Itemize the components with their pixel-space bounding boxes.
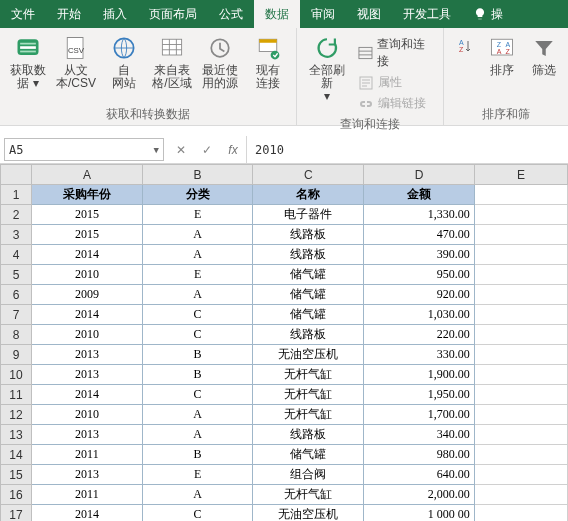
table-row[interactable]: 72014C储气罐1,030.00 <box>1 305 568 325</box>
cell[interactable]: 920.00 <box>364 285 475 305</box>
refresh-all-button[interactable]: 全部刷新 ▾ <box>303 32 350 114</box>
formula-input[interactable]: 2010 <box>246 136 568 163</box>
tab-home[interactable]: 开始 <box>46 0 92 28</box>
cell[interactable]: 1 000 00 <box>364 505 475 522</box>
cell[interactable] <box>474 485 567 505</box>
cell[interactable] <box>474 445 567 465</box>
cell[interactable] <box>474 225 567 245</box>
from-table-button[interactable]: 来自表 格/区域 <box>150 32 194 92</box>
queries-connections-button[interactable]: 查询和连接 <box>354 34 437 72</box>
cell[interactable]: 线路板 <box>253 225 364 245</box>
cell[interactable]: A <box>142 425 253 445</box>
tab-formulas[interactable]: 公式 <box>208 0 254 28</box>
cell[interactable]: 1,950.00 <box>364 385 475 405</box>
cell[interactable]: 2010 <box>32 265 143 285</box>
row-header[interactable]: 3 <box>1 225 32 245</box>
table-row[interactable]: 32015A线路板470.00 <box>1 225 568 245</box>
cell[interactable] <box>474 425 567 445</box>
filter-button[interactable]: 筛选 <box>526 32 562 79</box>
cell[interactable] <box>474 205 567 225</box>
row-header[interactable]: 10 <box>1 365 32 385</box>
row-header[interactable]: 14 <box>1 445 32 465</box>
tab-data[interactable]: 数据 <box>254 0 300 28</box>
cell[interactable]: C <box>142 385 253 405</box>
cell[interactable]: 980.00 <box>364 445 475 465</box>
table-row[interactable]: 22015E电子器件1,330.00 <box>1 205 568 225</box>
row-header[interactable]: 7 <box>1 305 32 325</box>
cell[interactable]: 2013 <box>32 365 143 385</box>
table-row[interactable]: 42014A线路板390.00 <box>1 245 568 265</box>
cell[interactable]: 储气罐 <box>253 305 364 325</box>
cell[interactable]: A <box>142 225 253 245</box>
table-row[interactable]: 162011A无杆气缸2,000.00 <box>1 485 568 505</box>
cell[interactable]: 无杆气缸 <box>253 405 364 425</box>
cell[interactable]: C <box>142 505 253 522</box>
table-row[interactable]: 132013A线路板340.00 <box>1 425 568 445</box>
edit-links-button[interactable]: 编辑链接 <box>354 93 437 114</box>
cell[interactable]: 640.00 <box>364 465 475 485</box>
worksheet-grid[interactable]: A B C D E 1 采购年份 分类 名称 金额 22015E电子器件1,33… <box>0 164 568 521</box>
cell[interactable]: A <box>142 285 253 305</box>
cell[interactable]: C <box>142 305 253 325</box>
cell[interactable]: C <box>142 325 253 345</box>
cell[interactable]: 2011 <box>32 485 143 505</box>
cell[interactable]: 2015 <box>32 225 143 245</box>
row-header[interactable]: 6 <box>1 285 32 305</box>
cell[interactable] <box>474 305 567 325</box>
cell[interactable] <box>474 365 567 385</box>
row-header[interactable]: 16 <box>1 485 32 505</box>
cell[interactable]: 储气罐 <box>253 445 364 465</box>
row-header[interactable]: 15 <box>1 465 32 485</box>
cell[interactable] <box>474 465 567 485</box>
row-header[interactable]: 2 <box>1 205 32 225</box>
row-header[interactable]: 4 <box>1 245 32 265</box>
cell[interactable]: 390.00 <box>364 245 475 265</box>
cell[interactable] <box>474 185 567 205</box>
cell[interactable]: 无杆气缸 <box>253 485 364 505</box>
tab-insert[interactable]: 插入 <box>92 0 138 28</box>
tab-layout[interactable]: 页面布局 <box>138 0 208 28</box>
cell[interactable] <box>474 285 567 305</box>
cell[interactable]: 1,700.00 <box>364 405 475 425</box>
cell[interactable]: 2010 <box>32 405 143 425</box>
cell[interactable]: 340.00 <box>364 425 475 445</box>
cell[interactable]: 线路板 <box>253 425 364 445</box>
fx-icon[interactable]: fx <box>220 136 246 163</box>
header-cell[interactable]: 分类 <box>142 185 253 205</box>
cell[interactable]: 2014 <box>32 245 143 265</box>
table-row[interactable]: 172014C无油空压机1 000 00 <box>1 505 568 522</box>
sort-asc-button[interactable]: AZ <box>450 32 478 79</box>
from-csv-button[interactable]: CSV 从文 本/CSV <box>54 32 98 92</box>
row-header[interactable]: 5 <box>1 265 32 285</box>
cell[interactable]: 电子器件 <box>253 205 364 225</box>
name-box[interactable]: A5 ▼ <box>4 138 164 161</box>
cell[interactable]: E <box>142 465 253 485</box>
name-box-dropdown-icon[interactable]: ▼ <box>154 145 159 155</box>
tab-developer[interactable]: 开发工具 <box>392 0 462 28</box>
cell[interactable]: 线路板 <box>253 325 364 345</box>
table-row[interactable]: 102013B无杆气缸1,900.00 <box>1 365 568 385</box>
cell[interactable]: 储气罐 <box>253 265 364 285</box>
cell[interactable]: 2010 <box>32 325 143 345</box>
sort-button[interactable]: ZAAZ 排序 <box>482 32 522 79</box>
cell[interactable]: A <box>142 485 253 505</box>
cell[interactable]: 2014 <box>32 505 143 522</box>
row-header[interactable]: 17 <box>1 505 32 522</box>
cell[interactable] <box>474 325 567 345</box>
cell[interactable]: 2,000.00 <box>364 485 475 505</box>
row-header[interactable]: 8 <box>1 325 32 345</box>
cell[interactable]: 无油空压机 <box>253 505 364 522</box>
select-all-triangle[interactable] <box>1 165 32 185</box>
from-web-button[interactable]: 自 网站 <box>102 32 146 92</box>
cell[interactable]: 2015 <box>32 205 143 225</box>
row-header[interactable]: 12 <box>1 405 32 425</box>
col-header-b[interactable]: B <box>142 165 253 185</box>
header-cell[interactable]: 金额 <box>364 185 475 205</box>
table-row[interactable]: 142011B储气罐980.00 <box>1 445 568 465</box>
row-header[interactable]: 11 <box>1 385 32 405</box>
get-data-button[interactable]: 获取数 据 ▾ <box>6 32 50 92</box>
cell[interactable]: A <box>142 245 253 265</box>
cell[interactable]: E <box>142 205 253 225</box>
cell[interactable] <box>474 385 567 405</box>
properties-button[interactable]: 属性 <box>354 72 437 93</box>
